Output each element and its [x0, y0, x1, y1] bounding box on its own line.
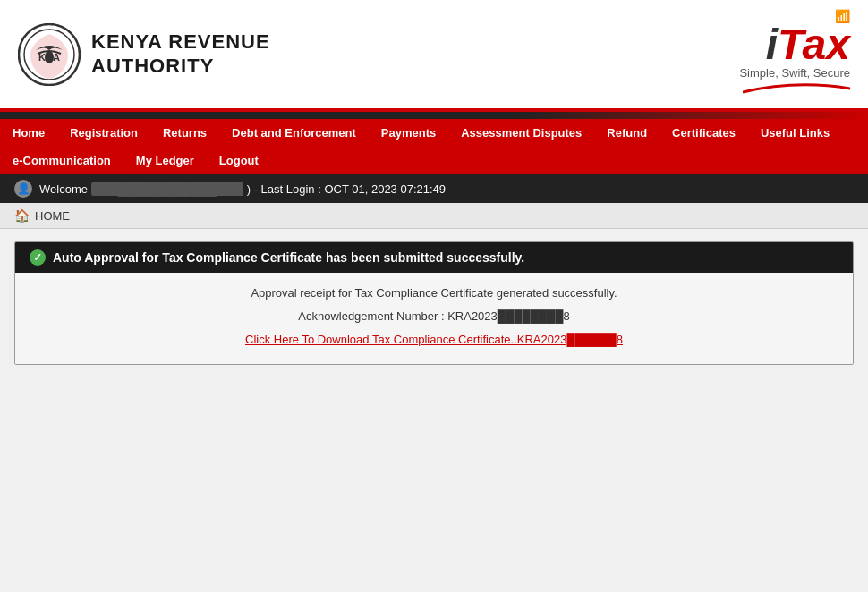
nav-home[interactable]: Home	[0, 119, 57, 147]
nav-assessment-disputes[interactable]: Assessment Disputes	[448, 119, 594, 147]
kra-logo-group: KRA Kenya Revenue Authority	[18, 23, 270, 86]
nav-my-ledger[interactable]: My Ledger	[123, 147, 207, 174]
nav-debt-enforcement[interactable]: Debt and Enforcement	[219, 119, 369, 147]
nav-row-2: e-Communication My Ledger Logout	[0, 147, 868, 174]
decorative-bar	[0, 112, 868, 119]
notification-box: ✓ Auto Approval for Tax Compliance Certi…	[14, 241, 854, 365]
itax-tagline: Simple, Swift, Secure	[739, 66, 850, 80]
success-checkmark-icon: ✓	[30, 249, 46, 266]
nav-ecommunication[interactable]: e-Communication	[0, 147, 123, 174]
notification-body: Approval receipt for Tax Compliance Cert…	[15, 273, 853, 364]
welcome-text: Welcome ████████████ ) - Last Login : OC…	[39, 182, 446, 196]
kra-name-line1: Kenya Revenue	[91, 30, 270, 54]
nav-refund[interactable]: Refund	[594, 119, 660, 147]
nav-row-1: Home Registration Returns Debt and Enfor…	[0, 119, 868, 147]
site-header: KRA Kenya Revenue Authority 📶 iTax Simpl…	[0, 0, 868, 112]
breadcrumb: 🏠 HOME	[0, 203, 868, 229]
welcome-bar: 👤 Welcome ████████████ ) - Last Login : …	[0, 174, 868, 203]
itax-brand: iTax	[739, 23, 850, 66]
notification-header-text: Auto Approval for Tax Compliance Certifi…	[53, 250, 524, 265]
nav-logout[interactable]: Logout	[207, 147, 271, 174]
user-avatar-icon: 👤	[14, 180, 32, 198]
main-nav: Home Registration Returns Debt and Enfor…	[0, 119, 868, 174]
kra-name-line2: Authority	[91, 55, 270, 78]
home-icon: 🏠	[14, 208, 30, 223]
notification-header: ✓ Auto Approval for Tax Compliance Certi…	[15, 242, 853, 273]
itax-logo-group: 📶 iTax Simple, Swift, Secure	[739, 9, 850, 99]
main-content: CYBER.CO.KE ✓ Auto Approval for Tax Comp…	[0, 229, 868, 377]
svg-point-3	[45, 51, 54, 63]
kra-name-text: Kenya Revenue Authority	[91, 30, 270, 78]
breadcrumb-home-label: HOME	[35, 209, 70, 223]
notification-body-line2: Acknowledgement Number : KRA2023████████…	[30, 307, 838, 326]
itax-swoosh	[743, 80, 850, 96]
nav-payments[interactable]: Payments	[369, 119, 448, 147]
nav-useful-links[interactable]: Useful Links	[748, 119, 842, 147]
nav-registration[interactable]: Registration	[57, 119, 150, 147]
notification-body-line1: Approval receipt for Tax Compliance Cert…	[30, 283, 838, 303]
kra-logo-icon: KRA	[18, 23, 81, 86]
nav-returns[interactable]: Returns	[150, 119, 219, 147]
download-certificate-link[interactable]: Click Here To Download Tax Compliance Ce…	[245, 333, 623, 346]
nav-certificates[interactable]: Certificates	[660, 119, 748, 147]
